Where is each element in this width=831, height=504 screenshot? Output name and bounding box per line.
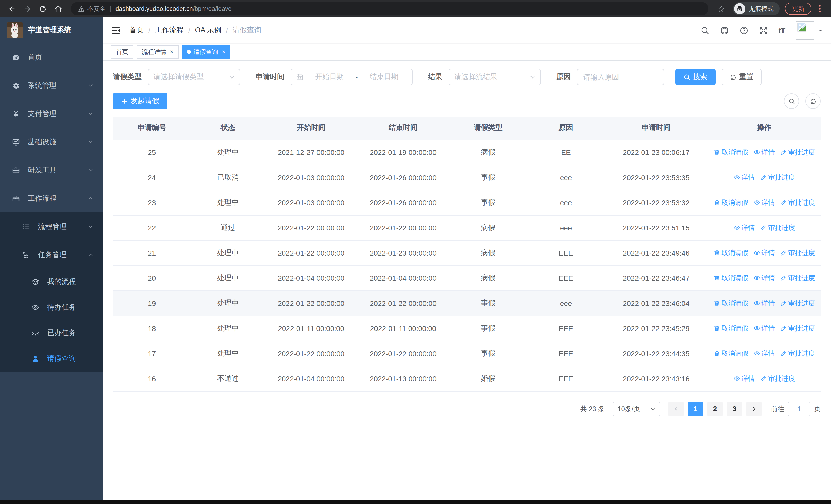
cell-start-time: 2022-01-03 00:00:00	[265, 190, 357, 215]
cell-start-time: 2022-01-04 00:00:00	[265, 265, 357, 291]
page-size-select[interactable]: 10条/页	[613, 402, 660, 416]
approval-progress-link[interactable]: 审批进度	[780, 198, 815, 207]
collapse-sidebar-icon[interactable]	[111, 25, 121, 35]
goto-page-input[interactable]	[788, 402, 810, 416]
user-icon	[30, 355, 41, 363]
approval-progress-link[interactable]: 审批进度	[760, 173, 795, 182]
cell-end-time: 2022-01-26 00:00:00	[357, 165, 449, 190]
home-icon[interactable]	[51, 2, 65, 16]
tab-流程详情[interactable]: 流程详情×	[137, 45, 179, 59]
page-button-3[interactable]: 3	[727, 402, 742, 416]
sidebar-item-8[interactable]: 我的流程	[0, 269, 103, 295]
user-menu[interactable]	[796, 21, 823, 39]
approval-progress-link[interactable]: 审批进度	[780, 324, 815, 333]
sidebar-item-5[interactable]: 工作流程	[0, 184, 103, 212]
sidebar-item-10[interactable]: 已办任务	[0, 320, 103, 346]
approval-progress-link[interactable]: 审批进度	[760, 223, 795, 232]
approval-progress-link[interactable]: 审批进度	[780, 349, 815, 358]
breadcrumb-item[interactable]: OA 示例	[195, 26, 222, 35]
sidebar-item-11[interactable]: 请假查询	[0, 346, 103, 372]
bookmark-star-icon[interactable]	[715, 2, 728, 16]
app-logo[interactable]: 芋道管理系统	[0, 18, 103, 43]
cancel-leave-link[interactable]: 取消请假	[713, 248, 748, 257]
action-label: 详情	[762, 324, 775, 333]
cancel-leave-link[interactable]: 取消请假	[713, 148, 748, 157]
font-size-icon[interactable]: tT	[779, 26, 785, 35]
sidebar-item-2[interactable]: 支付管理	[0, 99, 103, 128]
cell-end-time: 2022-01-13 00:00:00	[357, 366, 449, 391]
create-leave-button[interactable]: 发起请假	[113, 93, 167, 109]
apply-time-range-picker[interactable]: 开始日期 - 结束日期	[290, 69, 413, 85]
tab-首页[interactable]: 首页	[111, 45, 134, 59]
sidebar-item-9[interactable]: 待办任务	[0, 295, 103, 320]
close-icon[interactable]: ×	[170, 49, 173, 55]
page-button-2[interactable]: 2	[707, 402, 723, 416]
result-select[interactable]: 请选择流结果	[449, 69, 541, 85]
sidebar-item-6[interactable]: 流程管理	[0, 212, 103, 241]
detail-link[interactable]: 详情	[733, 223, 755, 232]
action-label: 取消请假	[721, 273, 748, 283]
help-icon[interactable]	[740, 26, 748, 35]
cancel-leave-link[interactable]: 取消请假	[713, 298, 748, 308]
sidebar-item-1[interactable]: 系统管理	[0, 71, 103, 99]
close-icon[interactable]: ×	[222, 49, 225, 55]
leave-type-select[interactable]: 请选择请假类型	[148, 69, 240, 85]
detail-link[interactable]: 详情	[733, 374, 755, 383]
tab-请假查询[interactable]: 请假查询×	[182, 45, 230, 59]
address-bar[interactable]: 不安全 dashboard.yudao.iocoder.cn/bpm/oa/le…	[71, 2, 708, 16]
update-button[interactable]: 更新	[785, 3, 811, 15]
cell-status: 处理中	[191, 140, 265, 165]
sidebar-item-4[interactable]: 研发工具	[0, 156, 103, 184]
detail-link[interactable]: 详情	[753, 198, 775, 207]
refresh-icon	[810, 98, 816, 105]
cell-apply-time: 2022-01-22 23:53:32	[605, 190, 708, 215]
show-search-button[interactable]	[784, 93, 799, 109]
action-label: 审批进度	[788, 148, 815, 157]
back-icon[interactable]	[5, 2, 19, 16]
sidebar-item-7[interactable]: 任务管理	[0, 241, 103, 269]
approval-progress-link[interactable]: 审批进度	[780, 148, 815, 157]
approval-progress-link[interactable]: 审批进度	[760, 374, 795, 383]
approval-progress-link[interactable]: 审批进度	[780, 248, 815, 257]
cell-reason: EEE	[527, 240, 605, 265]
search-button[interactable]: 搜索	[676, 69, 716, 85]
detail-link[interactable]: 详情	[753, 324, 775, 333]
search-icon[interactable]	[700, 26, 709, 35]
eye-icon	[753, 274, 760, 281]
detail-link[interactable]: 详情	[753, 248, 775, 257]
column-header: 原因	[527, 117, 605, 140]
github-icon[interactable]	[720, 26, 729, 35]
cancel-leave-link[interactable]: 取消请假	[713, 198, 748, 207]
cancel-leave-link[interactable]: 取消请假	[713, 273, 748, 283]
page-button-1[interactable]: 1	[688, 402, 703, 416]
breadcrumb-item[interactable]: 首页	[130, 26, 144, 35]
detail-link[interactable]: 详情	[753, 148, 775, 157]
security-warning-icon[interactable]	[78, 5, 85, 12]
reset-button[interactable]: 重置	[722, 69, 762, 85]
sidebar-item-3[interactable]: 基础设施	[0, 128, 103, 156]
reason-input[interactable]	[577, 69, 664, 85]
approval-progress-link[interactable]: 审批进度	[780, 298, 815, 308]
detail-link[interactable]: 详情	[733, 173, 755, 182]
sidebar-menu: 首页系统管理支付管理基础设施研发工具工作流程流程管理任务管理我的流程待办任务已办…	[0, 43, 103, 504]
action-label: 详情	[762, 298, 775, 308]
browser-menu-icon[interactable]	[814, 5, 825, 12]
breadcrumb-item[interactable]: 工作流程	[155, 26, 184, 35]
detail-link[interactable]: 详情	[753, 273, 775, 283]
detail-link[interactable]: 详情	[753, 298, 775, 308]
next-page-button[interactable]	[746, 402, 762, 416]
detail-link[interactable]: 详情	[753, 349, 775, 358]
cell-reason: eee	[527, 165, 605, 190]
sidebar-item-0[interactable]: 首页	[0, 43, 103, 71]
action-label: 取消请假	[721, 198, 748, 207]
start-date-placeholder: 开始日期	[307, 72, 353, 82]
cancel-leave-link[interactable]: 取消请假	[713, 349, 748, 358]
prev-page-button[interactable]	[668, 402, 684, 416]
cancel-leave-link[interactable]: 取消请假	[713, 324, 748, 333]
reload-icon[interactable]	[36, 2, 49, 16]
refresh-table-button[interactable]	[805, 93, 821, 109]
approval-progress-link[interactable]: 审批进度	[780, 273, 815, 283]
forward-icon[interactable]	[21, 2, 34, 16]
broken-image-icon	[797, 23, 806, 32]
fullscreen-icon[interactable]	[759, 26, 768, 35]
